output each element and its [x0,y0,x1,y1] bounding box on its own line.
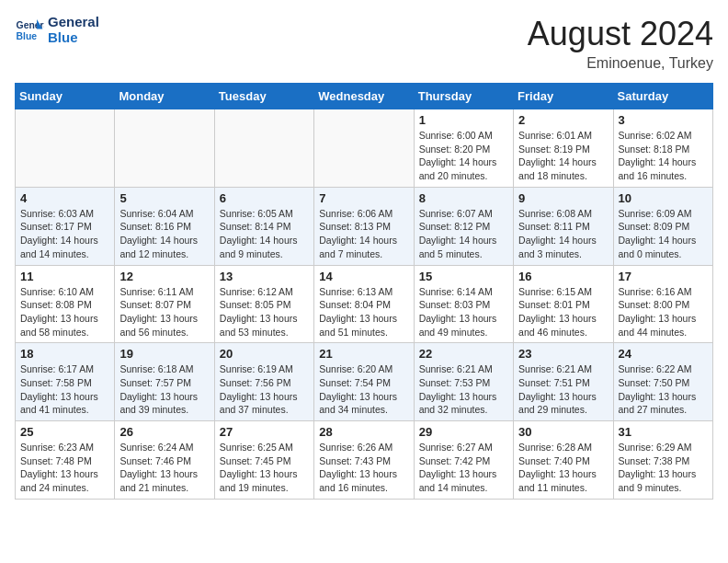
calendar-cell: 11Sunrise: 6:10 AM Sunset: 8:08 PM Dayli… [16,265,115,343]
calendar-cell: 5Sunrise: 6:04 AM Sunset: 8:16 PM Daylig… [115,187,214,265]
calendar-cell: 2Sunrise: 6:01 AM Sunset: 8:19 PM Daylig… [514,109,613,188]
day-number: 29 [419,425,508,439]
calendar-cell: 13Sunrise: 6:12 AM Sunset: 8:05 PM Dayli… [214,265,313,343]
subtitle: Eminoenue, Turkey [528,55,713,72]
day-info: Sunrise: 6:19 AM Sunset: 7:56 PM Dayligh… [220,362,309,417]
calendar-cell: 3Sunrise: 6:02 AM Sunset: 8:18 PM Daylig… [613,109,712,188]
calendar-cell: 28Sunrise: 6:26 AM Sunset: 7:43 PM Dayli… [314,421,414,500]
day-number: 15 [419,270,508,283]
day-number: 12 [119,270,209,283]
day-number: 13 [220,270,309,283]
day-info: Sunrise: 6:29 AM Sunset: 7:38 PM Dayligh… [619,441,708,495]
day-info: Sunrise: 6:20 AM Sunset: 7:54 PM Dayligh… [319,362,408,417]
calendar-week-row: 25Sunrise: 6:23 AM Sunset: 7:48 PM Dayli… [16,421,713,500]
calendar-cell: 22Sunrise: 6:21 AM Sunset: 7:53 PM Dayli… [414,343,513,421]
day-number: 4 [20,191,109,205]
day-info: Sunrise: 6:28 AM Sunset: 7:40 PM Dayligh… [518,441,608,495]
day-number: 6 [220,191,309,205]
calendar-cell: 20Sunrise: 6:19 AM Sunset: 7:56 PM Dayli… [214,343,313,421]
day-info: Sunrise: 6:18 AM Sunset: 7:57 PM Dayligh… [119,362,209,417]
svg-text:Blue: Blue [17,30,38,40]
day-number: 30 [518,425,608,439]
day-number: 23 [518,347,608,361]
logo-icon: General Blue [15,16,44,45]
day-number: 16 [518,270,608,283]
calendar-cell: 27Sunrise: 6:25 AM Sunset: 7:45 PM Dayli… [214,421,313,500]
day-info: Sunrise: 6:09 AM Sunset: 8:09 PM Dayligh… [619,207,708,261]
day-number: 19 [119,347,209,361]
day-number: 26 [119,425,209,439]
day-info: Sunrise: 6:13 AM Sunset: 8:04 PM Dayligh… [319,285,408,339]
calendar-day-header: Thursday [414,84,513,109]
calendar-week-row: 4Sunrise: 6:03 AM Sunset: 8:17 PM Daylig… [16,187,713,265]
calendar-day-header: Monday [115,84,214,109]
day-number: 10 [619,191,708,205]
day-number: 1 [419,113,508,127]
day-info: Sunrise: 6:02 AM Sunset: 8:18 PM Dayligh… [619,129,708,183]
calendar-cell: 17Sunrise: 6:16 AM Sunset: 8:00 PM Dayli… [613,265,712,343]
logo: General Blue General Blue [15,15,99,45]
calendar-cell [115,109,214,188]
title-area: August 2024 Eminoenue, Turkey [528,15,713,72]
day-number: 7 [319,191,408,205]
calendar-cell: 29Sunrise: 6:27 AM Sunset: 7:42 PM Dayli… [414,421,513,500]
calendar-cell: 18Sunrise: 6:17 AM Sunset: 7:58 PM Dayli… [16,343,115,421]
logo-text-blue: Blue [48,30,99,46]
day-info: Sunrise: 6:17 AM Sunset: 7:58 PM Dayligh… [20,362,109,417]
day-info: Sunrise: 6:05 AM Sunset: 8:14 PM Dayligh… [220,207,309,261]
calendar-table: SundayMondayTuesdayWednesdayThursdayFrid… [15,83,713,500]
calendar-cell [16,109,115,188]
day-number: 27 [220,425,309,439]
calendar-day-header: Wednesday [314,84,414,109]
day-number: 22 [419,347,508,361]
day-number: 21 [319,347,408,361]
calendar-cell: 19Sunrise: 6:18 AM Sunset: 7:57 PM Dayli… [115,343,214,421]
day-number: 3 [619,113,708,127]
calendar-week-row: 11Sunrise: 6:10 AM Sunset: 8:08 PM Dayli… [16,265,713,343]
calendar-cell [314,109,414,188]
day-info: Sunrise: 6:11 AM Sunset: 8:07 PM Dayligh… [119,285,209,339]
calendar-cell: 16Sunrise: 6:15 AM Sunset: 8:01 PM Dayli… [514,265,613,343]
calendar-cell: 26Sunrise: 6:24 AM Sunset: 7:46 PM Dayli… [115,421,214,500]
day-number: 5 [119,191,209,205]
day-number: 24 [619,347,708,361]
day-info: Sunrise: 6:15 AM Sunset: 8:01 PM Dayligh… [518,285,608,339]
day-info: Sunrise: 6:14 AM Sunset: 8:03 PM Dayligh… [419,285,508,339]
calendar-cell: 15Sunrise: 6:14 AM Sunset: 8:03 PM Dayli… [414,265,513,343]
calendar-cell: 14Sunrise: 6:13 AM Sunset: 8:04 PM Dayli… [314,265,414,343]
calendar-cell: 21Sunrise: 6:20 AM Sunset: 7:54 PM Dayli… [314,343,414,421]
calendar-cell: 6Sunrise: 6:05 AM Sunset: 8:14 PM Daylig… [214,187,313,265]
day-number: 18 [20,347,109,361]
day-info: Sunrise: 6:08 AM Sunset: 8:11 PM Dayligh… [518,207,608,261]
day-number: 31 [619,425,708,439]
day-number: 17 [619,270,708,283]
calendar-cell: 24Sunrise: 6:22 AM Sunset: 7:50 PM Dayli… [613,343,712,421]
calendar-cell: 1Sunrise: 6:00 AM Sunset: 8:20 PM Daylig… [414,109,513,188]
calendar-header-row: SundayMondayTuesdayWednesdayThursdayFrid… [16,84,713,109]
page-header: General Blue General Blue August 2024 Em… [15,15,713,72]
calendar-cell: 7Sunrise: 6:06 AM Sunset: 8:13 PM Daylig… [314,187,414,265]
day-number: 20 [220,347,309,361]
day-number: 28 [319,425,408,439]
calendar-cell: 30Sunrise: 6:28 AM Sunset: 7:40 PM Dayli… [514,421,613,500]
day-info: Sunrise: 6:10 AM Sunset: 8:08 PM Dayligh… [20,285,109,339]
day-info: Sunrise: 6:22 AM Sunset: 7:50 PM Dayligh… [619,362,708,417]
day-info: Sunrise: 6:23 AM Sunset: 7:48 PM Dayligh… [20,441,109,495]
day-number: 8 [419,191,508,205]
calendar-cell: 10Sunrise: 6:09 AM Sunset: 8:09 PM Dayli… [613,187,712,265]
calendar-cell: 9Sunrise: 6:08 AM Sunset: 8:11 PM Daylig… [514,187,613,265]
day-number: 2 [518,113,608,127]
day-number: 9 [518,191,608,205]
day-number: 25 [20,425,109,439]
day-info: Sunrise: 6:00 AM Sunset: 8:20 PM Dayligh… [419,129,508,183]
day-number: 14 [319,270,408,283]
day-info: Sunrise: 6:21 AM Sunset: 7:53 PM Dayligh… [419,362,508,417]
day-info: Sunrise: 6:27 AM Sunset: 7:42 PM Dayligh… [419,441,508,495]
day-info: Sunrise: 6:06 AM Sunset: 8:13 PM Dayligh… [319,207,408,261]
calendar-day-header: Sunday [16,84,115,109]
calendar-cell: 12Sunrise: 6:11 AM Sunset: 8:07 PM Dayli… [115,265,214,343]
day-info: Sunrise: 6:03 AM Sunset: 8:17 PM Dayligh… [20,207,109,261]
day-number: 11 [20,270,109,283]
logo-text-general: General [48,15,99,30]
calendar-week-row: 1Sunrise: 6:00 AM Sunset: 8:20 PM Daylig… [16,109,713,188]
